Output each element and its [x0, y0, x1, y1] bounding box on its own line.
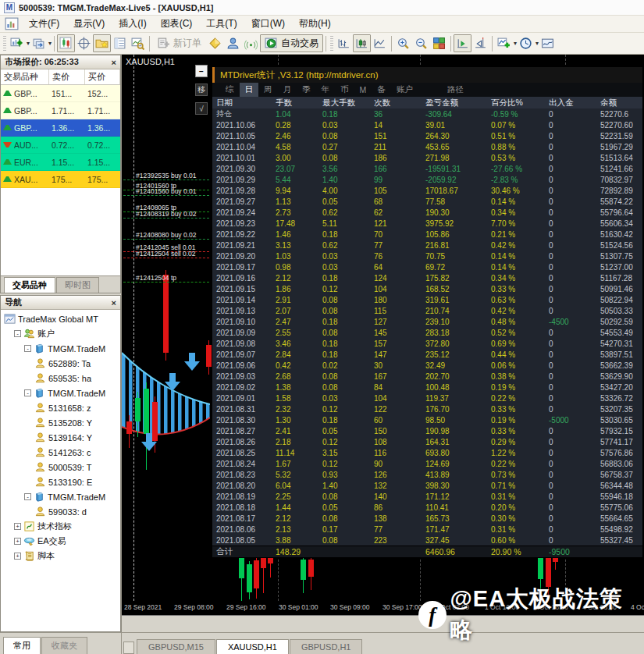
column-header[interactable]: 买价 — [85, 69, 120, 84]
stats-tab[interactable]: 月 — [278, 83, 297, 97]
dock-tab[interactable]: 常用 — [3, 637, 41, 654]
stats-tab[interactable]: 账户 — [391, 83, 418, 97]
chart-tab[interactable]: GBPUSD,H1 — [290, 639, 363, 654]
new-chart-button[interactable] — [8, 34, 26, 52]
tree-item[interactable]: TradeMax Global MT — [1, 311, 120, 326]
indicators-button[interactable] — [495, 34, 513, 52]
tree-item[interactable]: +技术指标 — [1, 519, 120, 534]
market-watch-row[interactable]: GBP...1.71...1.71... — [1, 102, 120, 119]
bid-cell: 1.36... — [49, 123, 85, 133]
time-axis-label: 29 Sep 08:00 — [174, 603, 214, 611]
terminal-button[interactable] — [111, 34, 129, 52]
data-window-button[interactable] — [75, 34, 93, 52]
column-header[interactable]: 交易品种 — [1, 69, 49, 84]
chart-tab[interactable]: GBPUSD,M15 — [137, 639, 215, 654]
stats-cell: 0.05 — [322, 503, 374, 512]
expand-icon[interactable]: + — [14, 538, 21, 545]
chart-shift-button[interactable] — [471, 34, 489, 52]
menu-item[interactable]: 工具(T) — [199, 15, 244, 33]
market-watch-row[interactable]: GBP...151...152... — [1, 85, 120, 102]
toolbar-grip[interactable] — [330, 36, 333, 52]
tree-item[interactable]: 599033: d — [1, 504, 120, 519]
tree-item[interactable]: 5135208: Y — [1, 415, 120, 430]
stats-cell: 3.46 — [276, 339, 322, 348]
tree-item[interactable]: -TMGM.TradeM — [1, 489, 120, 504]
line-chart-mode-button[interactable] — [371, 34, 389, 52]
market-watch-tab[interactable]: 交易品种 — [4, 277, 55, 293]
new-order-button[interactable]: 新订单 — [152, 34, 206, 52]
stats-tab[interactable]: 周 — [258, 83, 278, 97]
periods-button[interactable] — [517, 34, 535, 52]
auto-scroll-button[interactable] — [454, 34, 471, 52]
tree-item[interactable]: 652889: Ta — [1, 356, 120, 371]
tree-item[interactable]: +脚本 — [1, 549, 120, 563]
templates-button[interactable] — [539, 34, 557, 52]
chart-profiles-button[interactable] — [30, 34, 48, 52]
chart-tab[interactable]: XAUUSD,H1 — [216, 639, 289, 654]
expand-icon[interactable]: + — [14, 523, 21, 530]
community-button[interactable] — [224, 34, 242, 52]
strategy-tester-button[interactable] — [129, 34, 147, 52]
market-watch-row[interactable]: GBP...1.36...1.36... — [1, 119, 120, 137]
tree-item[interactable]: 5133190: E — [1, 475, 120, 489]
market-watch-row[interactable]: EUR...1.15...1.15... — [1, 154, 120, 171]
zoom-in-button[interactable] — [394, 34, 412, 52]
stats-tab[interactable]: 路径 — [442, 83, 469, 97]
tree-item[interactable]: -TMGM.TradeM — [1, 386, 120, 400]
tree-item[interactable]: 659535: ha — [1, 371, 120, 386]
close-icon[interactable]: × — [112, 58, 116, 67]
stats-row: 2021.09.083.460.18157372.800.69 %054270.… — [212, 338, 642, 349]
stats-confirm-button[interactable]: √ — [195, 102, 208, 115]
market-watch-row[interactable]: AUD...0.72...0.72... — [1, 137, 120, 154]
stats-cell: 32.49 — [425, 361, 491, 370]
signals-button[interactable] — [242, 34, 260, 52]
tree-item[interactable]: -账户 — [1, 326, 120, 341]
dock-tab[interactable]: 收藏夹 — [41, 637, 87, 654]
candlestick-mode-button[interactable] — [353, 34, 371, 52]
stats-tab[interactable]: 综 — [220, 83, 240, 97]
stats-cell: 0.18 — [322, 230, 374, 239]
tile-windows-button[interactable] — [430, 34, 448, 52]
chart-profiles-caret[interactable]: ▾ — [48, 40, 52, 47]
market-watch-row[interactable]: XAU...175...175... — [1, 171, 120, 188]
stats-tab[interactable]: 年 — [316, 83, 336, 97]
stats-tab[interactable]: M — [354, 84, 372, 96]
market-watch-toggle-button[interactable] — [57, 34, 75, 52]
collapse-icon[interactable]: - — [24, 389, 31, 396]
column-header[interactable]: 卖价 — [49, 69, 85, 84]
tab-scroll-button[interactable] — [123, 642, 134, 654]
stats-minimize-button[interactable]: − — [195, 65, 208, 77]
close-icon[interactable]: × — [112, 298, 116, 307]
stats-tab[interactable]: 日 — [240, 83, 259, 97]
market-watch-tab[interactable]: 即时图 — [56, 277, 99, 293]
stats-tab[interactable]: 季 — [297, 83, 316, 97]
toolbar-grip[interactable] — [3, 36, 6, 52]
stats-row: 2021.09.295.441.4099-2059.92-2.83 %07083… — [212, 174, 642, 185]
collapse-icon[interactable]: - — [24, 493, 31, 500]
collapse-icon[interactable]: - — [14, 330, 21, 337]
menu-item[interactable]: 窗口(W) — [244, 15, 292, 33]
metaeditor-button[interactable] — [206, 34, 224, 52]
expand-icon[interactable]: + — [14, 553, 21, 560]
chart-menu-icon[interactable] — [5, 18, 19, 30]
stats-tab[interactable]: 币 — [335, 83, 354, 97]
menu-item[interactable]: 文件(F) — [22, 15, 66, 33]
tree-item[interactable]: 5000539: T — [1, 460, 120, 475]
collapse-icon[interactable]: - — [24, 345, 31, 352]
tree-item[interactable]: 5139164: Y — [1, 430, 120, 445]
stats-row: 2021.09.032.680.08167202.700.38 %053629.… — [212, 371, 642, 382]
stats-move-button[interactable]: 移 — [195, 84, 208, 96]
tree-item[interactable]: 5131658: z — [1, 400, 120, 415]
bar-chart-mode-button[interactable] — [335, 34, 353, 52]
tree-item[interactable]: 5141263: c — [1, 445, 120, 460]
zoom-out-button[interactable] — [412, 34, 430, 52]
menu-item[interactable]: 插入(I) — [112, 15, 153, 33]
tree-item[interactable]: -TMGM.TradeM — [1, 341, 120, 356]
stats-tab[interactable]: 备 — [372, 83, 391, 97]
menu-item[interactable]: 图表(C) — [154, 15, 200, 33]
menu-item[interactable]: 显示(V) — [66, 15, 112, 33]
navigator-toggle-button[interactable] — [93, 34, 111, 52]
menu-item[interactable]: 帮助(H) — [292, 15, 338, 33]
tree-item[interactable]: +EA交易 — [1, 534, 120, 549]
autotrading-button[interactable]: 自动交易 — [260, 34, 323, 52]
